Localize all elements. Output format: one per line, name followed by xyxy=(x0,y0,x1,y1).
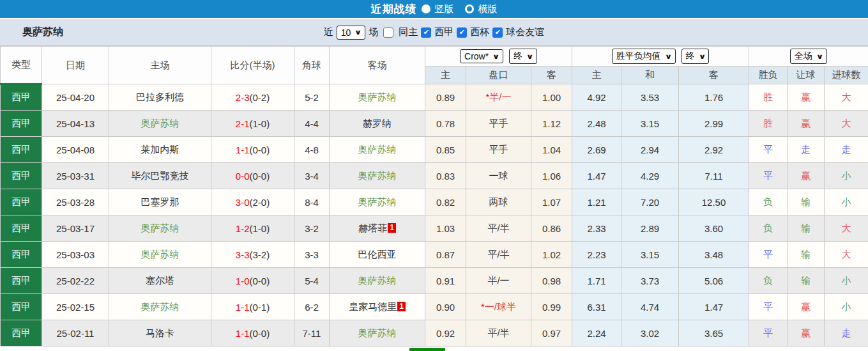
avg-home-cell: 6.31 xyxy=(572,294,621,320)
league-friendly-checkbox[interactable]: ✔ xyxy=(492,27,503,38)
table-row: 西甲 25-04-08 莱加内斯 1-1(0-0) 4-8 奥萨苏纳 0.85 … xyxy=(1,137,868,163)
away-team-name[interactable]: 奥萨苏纳 xyxy=(358,170,397,181)
corner-cell: 4-4 xyxy=(294,111,330,137)
handicap-text: 平/半 xyxy=(487,249,509,260)
home-team-cell[interactable]: 莱加内斯 xyxy=(109,137,211,163)
avg-draw-cell: 3.53 xyxy=(621,84,679,111)
home-team-cell[interactable]: 奥萨苏纳 xyxy=(109,294,211,320)
layout-vertical-label[interactable]: 竖版 xyxy=(435,3,454,15)
away-team-name[interactable]: 奥萨苏纳 xyxy=(358,196,397,207)
home-team-name[interactable]: 马洛卡 xyxy=(146,327,174,338)
away-team-cell[interactable]: 奥萨苏纳 xyxy=(330,137,425,163)
home-team-name[interactable]: 莱加内斯 xyxy=(141,144,179,155)
avg-home-cell: 1.21 xyxy=(572,189,621,215)
odds-away-cell: 1.06 xyxy=(531,163,572,189)
avg-away-cell: 1.76 xyxy=(679,84,749,111)
same-home-checkbox[interactable] xyxy=(383,27,393,38)
match-history-table: 类型 日期 主场 比分(半场) 角球 客场 Crow* ∨ 终 ∨ xyxy=(0,46,868,347)
same-home-label[interactable]: 同主 xyxy=(399,26,418,38)
odds-home-cell: 1.03 xyxy=(425,215,466,242)
home-team-cell[interactable]: 奥萨苏纳 xyxy=(109,111,211,137)
away-team-cell[interactable]: 皇家马德里1 xyxy=(330,294,425,320)
away-team-name[interactable]: 奥萨苏纳 xyxy=(358,275,397,286)
home-team-name[interactable]: 奥萨苏纳 xyxy=(141,222,179,233)
result-handicap-cell: 赢 xyxy=(788,294,825,320)
home-team-name[interactable]: 奥萨苏纳 xyxy=(141,118,179,129)
bookmaker-state-select[interactable]: 终 ∨ xyxy=(509,49,537,64)
league-type-badge: 西甲 xyxy=(1,320,42,347)
odds-away-cell: 1.00 xyxy=(531,84,572,111)
away-team-name[interactable]: 皇家马德里 xyxy=(349,301,397,312)
away-team-name[interactable]: 奥萨苏纳 xyxy=(358,91,397,102)
avg-home-cell: 4.92 xyxy=(572,84,621,111)
away-team-cell[interactable]: 奥萨苏纳 xyxy=(330,268,425,294)
league-liga-label[interactable]: 西甲 xyxy=(434,26,453,38)
scope-select[interactable]: 全场 ∨ xyxy=(790,49,827,64)
odds-away-cell: 1.02 xyxy=(531,242,572,268)
bookmaker-controls: Crow* ∨ 终 ∨ xyxy=(425,47,572,66)
home-team-name[interactable]: 奥萨苏纳 xyxy=(141,249,179,260)
header-handicap: 盘口 xyxy=(466,66,531,84)
home-team-cell[interactable]: 毕尔巴鄂竞技 xyxy=(109,163,211,189)
away-team-cell[interactable]: 奥萨苏纳 xyxy=(330,163,425,189)
away-team-cell[interactable]: 奥萨苏纳 xyxy=(330,189,425,215)
halftime-score: (2-0) xyxy=(250,197,270,208)
away-team-name[interactable]: 赫塔菲 xyxy=(358,222,387,233)
layout-horizontal-label[interactable]: 横版 xyxy=(478,3,498,15)
recent-label: 近 xyxy=(324,26,333,38)
partial-green-cell xyxy=(409,348,445,351)
result-wdl-cell: 平 xyxy=(749,320,788,347)
league-type-badge: 西甲 xyxy=(1,84,42,111)
home-team-name[interactable]: 巴拉多利德 xyxy=(136,91,184,102)
avg-away-cell: 1.47 xyxy=(679,294,749,320)
layout-horizontal-radio-icon[interactable] xyxy=(465,4,474,13)
home-team-name[interactable]: 毕尔巴鄂竞技 xyxy=(132,170,189,181)
avg-draw-cell: 4.29 xyxy=(621,163,679,189)
avg-away-cell: 12.50 xyxy=(679,189,749,215)
away-team-cell[interactable]: 巴伦西亚 xyxy=(330,242,425,268)
layout-vertical-radio-selected-icon[interactable] xyxy=(422,4,430,13)
league-cup-label[interactable]: 西杯 xyxy=(470,26,489,38)
away-team-name[interactable]: 赫罗纳 xyxy=(363,118,392,129)
games-label: 场 xyxy=(369,26,378,38)
home-team-name[interactable]: 塞尔塔 xyxy=(146,275,174,286)
league-friendly-label[interactable]: 球会友谊 xyxy=(506,26,544,38)
away-team-cell[interactable]: 赫罗纳 xyxy=(330,111,425,137)
league-cup-checkbox[interactable]: ✔ xyxy=(457,27,467,38)
away-team-cell[interactable]: 奥萨苏纳 xyxy=(330,84,425,111)
away-team-name[interactable]: 奥萨苏纳 xyxy=(358,327,397,338)
away-team-name[interactable]: 巴伦西亚 xyxy=(358,249,397,260)
fulltime-score: 2-3 xyxy=(236,92,250,103)
away-team-name[interactable]: 奥萨苏纳 xyxy=(358,144,397,155)
fulltime-score: 2-1 xyxy=(236,118,250,129)
home-team-cell[interactable]: 马洛卡 xyxy=(109,320,211,347)
handicap-cell: *半/一 xyxy=(466,84,531,111)
result-wdl-cell: 胜 xyxy=(749,111,788,137)
home-team-cell[interactable]: 奥萨苏纳 xyxy=(109,215,211,242)
league-liga-checkbox[interactable]: ✔ xyxy=(421,27,431,38)
table-row: 西甲 25-04-20 巴拉多利德 2-3(0-2) 5-2 奥萨苏纳 0.89… xyxy=(1,84,868,111)
home-team-cell[interactable]: 塞尔塔 xyxy=(109,268,211,294)
table-row: 西甲 25-04-13 奥萨苏纳 2-1(1-0) 4-4 赫罗纳 0.78 平… xyxy=(1,111,868,137)
handicap-cell: 平/半 xyxy=(466,215,531,242)
average-type-select[interactable]: 胜平负均值 ∨ xyxy=(612,49,676,64)
result-goals-cell: 小 xyxy=(825,294,868,320)
result-goals-cell: 大 xyxy=(825,215,868,242)
home-team-cell[interactable]: 巴拉多利德 xyxy=(109,84,211,111)
avg-home-cell: 2.23 xyxy=(572,242,621,268)
corner-cell: 7-11 xyxy=(294,320,330,347)
match-count-select[interactable]: 10 ∨ xyxy=(337,26,366,40)
fulltime-score: 1-2 xyxy=(236,223,250,234)
home-team-name[interactable]: 巴塞罗那 xyxy=(141,196,179,207)
average-state-select[interactable]: 终 ∨ xyxy=(681,49,710,64)
match-date: 25-02-11 xyxy=(42,320,109,347)
home-team-name[interactable]: 奥萨苏纳 xyxy=(141,301,179,312)
bookmaker-select[interactable]: Crow* ∨ xyxy=(460,49,503,63)
avg-away-cell: 3.60 xyxy=(679,215,749,242)
away-team-cell[interactable]: 奥萨苏纳 xyxy=(330,320,425,347)
away-team-cell[interactable]: 赫塔菲1 xyxy=(330,215,425,242)
avg-home-cell: 2.69 xyxy=(572,137,621,163)
odds-home-cell: 0.92 xyxy=(425,320,466,347)
home-team-cell[interactable]: 奥萨苏纳 xyxy=(109,242,211,268)
home-team-cell[interactable]: 巴塞罗那 xyxy=(109,189,211,215)
